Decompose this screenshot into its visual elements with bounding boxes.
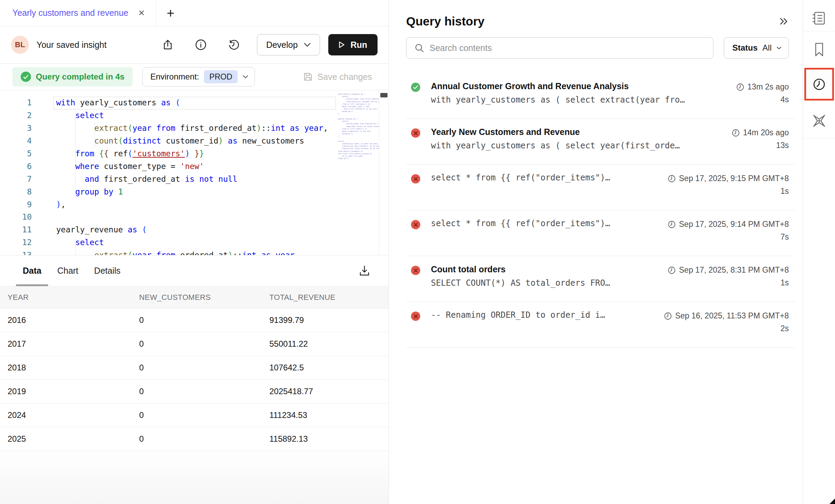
table-cell: 107642.5 (269, 363, 389, 372)
notebook-icon[interactable] (811, 6, 827, 31)
code-text: from {{ ref('customers') }} (32, 149, 204, 158)
query-timestamp: Sep 17, 2025, 9:14 PM GMT+8 (668, 219, 789, 229)
save-changes-button[interactable]: Save changes (303, 72, 376, 82)
table-header: YEAR NEW_CUSTOMERS TOTAL_REVENUE (0, 286, 389, 308)
query-title: select * from {{ ref("order_items")… (431, 173, 610, 182)
tab-close-icon[interactable]: ✕ (138, 8, 145, 18)
query-history-item[interactable]: select * from {{ ref("order_items")…Sep … (406, 165, 789, 210)
search-icon (415, 43, 424, 53)
search-input[interactable]: Search contents (406, 37, 713, 59)
environment-label: Environment: (150, 72, 199, 82)
code-line[interactable]: 11yearly_revenue as ( (0, 223, 389, 236)
line-number: 7 (0, 175, 32, 183)
lineage-icon[interactable] (811, 112, 827, 129)
code-line[interactable]: 9), (0, 198, 389, 211)
sql-editor[interactable]: 1with yearly_customers as (2 select3 ext… (0, 90, 389, 255)
code-line[interactable]: 7 and first_ordered_at is not null (0, 172, 389, 185)
error-status-icon (411, 266, 420, 275)
table-row[interactable]: 201902025418.77 (0, 380, 389, 403)
query-sql-preview: with yearly_customers as ( select extrac… (431, 95, 685, 105)
table-cell: 2018 (8, 363, 139, 372)
insight-toolbar: BL Your saved insight (0, 26, 389, 64)
tab-chart[interactable]: Chart (57, 255, 78, 286)
environment-value: PROD (204, 70, 238, 83)
code-line[interactable]: 1with yearly_customers as ( (0, 96, 389, 109)
query-history-item[interactable]: -- Renaming ORDER_ID to order_id i…Sep 1… (406, 302, 789, 347)
list-divider (406, 347, 795, 348)
code-line[interactable]: 5 from {{ ref('customers') }} (0, 147, 389, 160)
query-history-item[interactable]: Yearly New Customers and Revenue14m 20s … (406, 119, 789, 164)
code-line[interactable]: 10 (0, 211, 389, 223)
code-line[interactable]: 12 select (0, 236, 389, 249)
tab-yearly-customers[interactable]: Yearly customers and revenue ✕ (0, 0, 145, 26)
query-history-item[interactable]: select * from {{ ref("order_items")…Sep … (406, 210, 789, 256)
editor-panel: Yearly customers and revenue ✕ + BL Your… (0, 0, 389, 504)
tab-details[interactable]: Details (94, 255, 120, 286)
code-lines: 1with yearly_customers as (2 select3 ext… (0, 90, 389, 255)
table-row[interactable]: 20240111234.53 (0, 403, 389, 427)
query-title: Count total orders (431, 264, 506, 274)
run-button[interactable]: Run (328, 34, 378, 55)
version-history-icon[interactable] (228, 39, 240, 51)
query-duration: 1s (781, 278, 789, 288)
environment-selector[interactable]: Environment: PROD (142, 67, 255, 86)
app-window: Yearly customers and revenue ✕ + BL Your… (0, 0, 835, 504)
table-cell: 2016 (8, 315, 139, 325)
table-cell: 2024 (8, 410, 139, 420)
query-history-item[interactable]: Annual Customer Growth and Revenue Analy… (406, 73, 789, 118)
line-number: 2 (0, 111, 32, 120)
editor-minimap[interactable]: with yearly_customers as ( select extrac… (336, 90, 379, 255)
table-cell: 111234.53 (269, 410, 389, 420)
tab-bar: Yearly customers and revenue ✕ + (0, 0, 389, 26)
line-number: 12 (0, 238, 32, 247)
code-line[interactable]: 2 select (0, 109, 389, 122)
code-text: select (32, 111, 104, 120)
query-history-clock-icon[interactable] (812, 77, 826, 92)
query-status-badge: Query completed in 4s (12, 67, 133, 86)
clock-icon (668, 220, 676, 229)
table-cell: 2019 (8, 387, 139, 396)
table-cell: 550011.22 (269, 339, 389, 349)
code-text: select (32, 238, 104, 247)
collapse-panel-icon[interactable] (779, 17, 789, 26)
tab-data[interactable]: Data (23, 255, 41, 286)
table-cell: 115892.13 (269, 434, 389, 444)
status-filter-value: All (762, 43, 772, 53)
table-row[interactable]: 20170550011.22 (0, 332, 389, 356)
query-title: -- Renaming ORDER_ID to order_id i… (431, 310, 605, 320)
editor-scrollbar[interactable] (379, 90, 389, 255)
download-icon[interactable] (358, 265, 371, 277)
error-status-icon (411, 128, 420, 138)
code-line[interactable]: 6 where customer_type = 'new' (0, 160, 389, 172)
scrollbar-handle[interactable] (380, 93, 388, 97)
code-line[interactable]: 8 group by 1 (0, 185, 389, 198)
code-text: and first_ordered_at is not null (32, 175, 237, 183)
info-icon[interactable] (195, 39, 207, 51)
query-title: Yearly New Customers and Revenue (431, 127, 580, 137)
line-number: 13 (0, 251, 32, 255)
chevron-down-icon (304, 43, 311, 47)
cursor-artifact (829, 498, 835, 504)
table-cell: 2025418.77 (269, 387, 389, 396)
col-new-customers: NEW_CUSTOMERS (139, 293, 269, 302)
table-row[interactable]: 2016091399.79 (0, 308, 389, 332)
table-row[interactable]: 20250115892.13 (0, 427, 389, 451)
table-cell: 2025 (8, 434, 139, 444)
code-line[interactable]: 4 count(distinct customer_id) as new_cus… (0, 135, 389, 147)
code-line[interactable]: 13 extract(year from ordered_at)::int as… (0, 249, 389, 255)
avatar: BL (11, 36, 29, 54)
table-row[interactable]: 20180107642.5 (0, 356, 389, 380)
table-cell: 0 (139, 339, 269, 349)
status-filter-dropdown[interactable]: Status All (724, 37, 789, 59)
line-number: 11 (0, 225, 32, 234)
query-history-item[interactable]: Count total ordersSep 17, 2025, 8:31 PM … (406, 256, 789, 302)
query-timestamp: 13m 2s ago (736, 81, 789, 92)
share-icon[interactable] (162, 39, 174, 51)
save-changes-label: Save changes (318, 72, 372, 82)
new-tab-button[interactable]: + (167, 7, 174, 20)
bookmark-icon[interactable] (812, 41, 826, 58)
code-line[interactable]: 3 extract(year from first_ordered_at)::i… (0, 122, 389, 135)
develop-dropdown[interactable]: Develop (257, 34, 320, 55)
code-text: extract(year from ordered_at)::int as ye… (32, 251, 299, 255)
right-sidebar (803, 0, 835, 504)
